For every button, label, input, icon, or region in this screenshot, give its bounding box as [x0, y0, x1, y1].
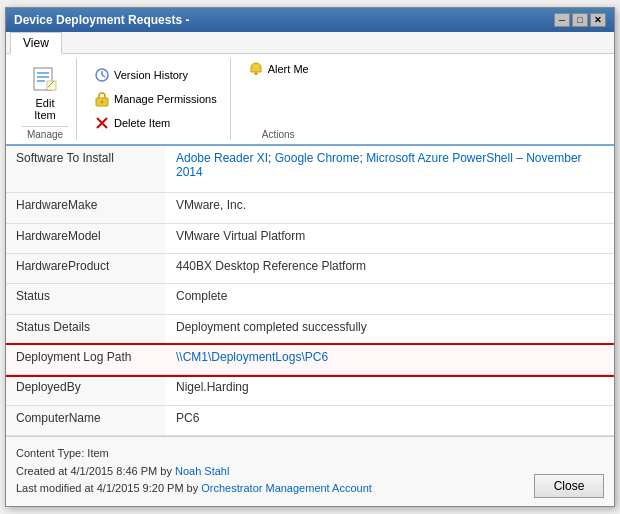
field-value: VMware, Inc. — [166, 193, 614, 223]
ribbon-body: EditItem Manage Version History — [6, 54, 614, 146]
table-row: HardwareMake VMware, Inc. — [6, 193, 614, 223]
table-row-highlighted: Deployment Log Path \\CM1\DeploymentLogs… — [6, 345, 614, 375]
edit-item-label: EditItem — [34, 97, 55, 121]
title-bar-buttons: ─ □ ✕ — [554, 13, 606, 27]
table-row: Status Details Deployment completed succ… — [6, 314, 614, 344]
field-label: HardwareModel — [6, 223, 166, 253]
window-title: Device Deployment Requests - — [14, 13, 189, 27]
restore-button[interactable]: □ — [572, 13, 588, 27]
delete-item-button[interactable]: Delete Item — [89, 112, 222, 134]
close-button[interactable]: Close — [534, 474, 604, 498]
manage-group-label: Manage — [22, 126, 68, 140]
manage-permissions-button[interactable]: Manage Permissions — [89, 88, 222, 110]
table-row: Software To Install Adobe Reader XI; Goo… — [6, 146, 614, 193]
content-type-text: Content Type: Item — [16, 445, 372, 463]
field-label: Software To Install — [6, 146, 166, 193]
manage-permissions-icon — [94, 91, 110, 107]
field-label: HardwareMake — [6, 193, 166, 223]
footer-text: Content Type: Item Created at 4/1/2015 8… — [16, 445, 372, 498]
actions-group: Alert Me Actions — [235, 58, 322, 140]
field-label: Status Details — [6, 314, 166, 344]
alert-me-button[interactable]: Alert Me — [243, 58, 314, 80]
software-link-1[interactable]: Adobe Reader XI — [176, 151, 268, 165]
edit-item-button[interactable]: EditItem — [22, 58, 68, 126]
field-value: Adobe Reader XI; Google Chrome; Microsof… — [166, 146, 614, 193]
modified-by-link[interactable]: Orchestrator Management Account — [201, 482, 372, 494]
table-row: HardwareModel VMware Virtual Platform — [6, 223, 614, 253]
title-bar: Device Deployment Requests - ─ □ ✕ — [6, 8, 614, 32]
field-value: PC6 — [166, 405, 614, 435]
svg-rect-4 — [47, 81, 56, 90]
alert-me-label: Alert Me — [268, 63, 309, 75]
field-value: Deployment completed successfully — [166, 314, 614, 344]
ribbon-tabs: View — [6, 32, 614, 54]
created-by-link[interactable]: Noah Stahl — [175, 465, 229, 477]
field-value: 440BX Desktop Reference Platform — [166, 253, 614, 283]
manage-group: EditItem Manage — [14, 58, 77, 140]
svg-line-8 — [102, 75, 105, 77]
table-row: Status Complete — [6, 284, 614, 314]
deployment-log-link[interactable]: \\CM1\DeploymentLogs\PC6 — [176, 350, 328, 364]
field-label: ComputerName — [6, 405, 166, 435]
manage-sub-group: Version History Manage Permissions — [81, 58, 231, 140]
main-window: Device Deployment Requests - ─ □ ✕ View — [5, 7, 615, 507]
table-row: ComputerName PC6 — [6, 405, 614, 435]
field-value: Nigel.Harding — [166, 375, 614, 405]
field-value: \\CM1\DeploymentLogs\PC6 — [166, 345, 614, 375]
data-table: Software To Install Adobe Reader XI; Goo… — [6, 146, 614, 436]
svg-point-10 — [101, 101, 104, 104]
content-area: Software To Install Adobe Reader XI; Goo… — [6, 146, 614, 436]
field-value: Complete — [166, 284, 614, 314]
modified-text: Last modified at 4/1/2015 9:20 PM by Orc… — [16, 480, 372, 498]
tab-view[interactable]: View — [10, 32, 62, 54]
footer: Content Type: Item Created at 4/1/2015 8… — [6, 436, 614, 506]
field-label: Status — [6, 284, 166, 314]
minimize-button[interactable]: ─ — [554, 13, 570, 27]
table-row: HardwareProduct 440BX Desktop Reference … — [6, 253, 614, 283]
edit-item-icon — [29, 63, 61, 95]
field-label: Deployment Log Path — [6, 345, 166, 375]
version-history-button[interactable]: Version History — [89, 64, 222, 86]
created-text: Created at 4/1/2015 8:46 PM by Noah Stah… — [16, 463, 372, 481]
version-history-icon — [94, 67, 110, 83]
field-label: DeployedBy — [6, 375, 166, 405]
field-value: VMware Virtual Platform — [166, 223, 614, 253]
software-link-2[interactable]: Google Chrome — [275, 151, 360, 165]
alert-me-icon — [248, 61, 264, 77]
version-history-label: Version History — [114, 69, 188, 81]
actions-group-label: Actions — [243, 127, 314, 140]
manage-permissions-label: Manage Permissions — [114, 93, 217, 105]
close-window-button[interactable]: ✕ — [590, 13, 606, 27]
delete-item-label: Delete Item — [114, 117, 170, 129]
delete-item-icon — [94, 115, 110, 131]
field-label: HardwareProduct — [6, 253, 166, 283]
table-row: DeployedBy Nigel.Harding — [6, 375, 614, 405]
